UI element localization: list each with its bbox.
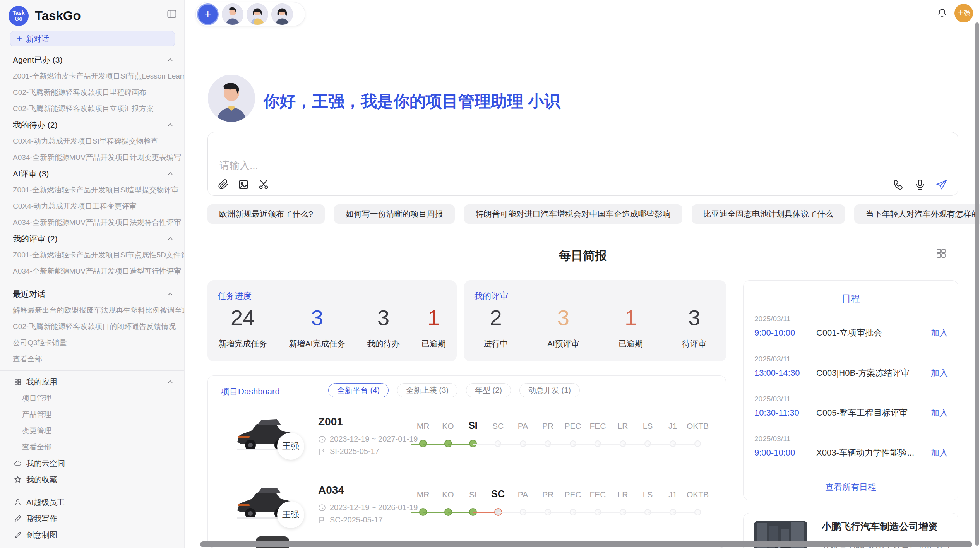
milestone-connector: [498, 512, 523, 513]
schedule-card: 日程 2025/03/11 9:00-10:00 C001-立项审批会 加入 2…: [743, 280, 958, 500]
stat-value: 1: [618, 306, 643, 330]
send-icon[interactable]: [935, 178, 948, 191]
section-my-apps[interactable]: 我的应用: [0, 374, 184, 390]
agent-avatar-1[interactable]: [222, 3, 243, 25]
chevron-up-icon: [167, 57, 173, 63]
layout-grid-icon[interactable]: [936, 248, 946, 259]
suggestion-chips: 欧洲新规最近颁布了什么? 如何写一份清晰的项目周报 特朗普可能对进口汽车增税会对…: [207, 204, 958, 224]
schedule-event-title: C003|H0B-方案冻结评审: [816, 367, 931, 379]
filter-pill[interactable]: 年型 (2): [466, 383, 511, 397]
schedule-title: 日程: [744, 292, 958, 305]
agent-avatar-3[interactable]: [271, 3, 293, 25]
milestone-connector: [673, 444, 698, 445]
app-title: TaskGo: [35, 9, 81, 23]
join-link[interactable]: 加入: [931, 447, 948, 459]
project-name: Z001: [318, 416, 343, 428]
suggestion-chip[interactable]: 欧洲新规最近颁布了什么?: [207, 204, 325, 224]
sidebar-item-favorites[interactable]: 我的收藏: [0, 471, 184, 488]
logo-line-1: Task: [13, 10, 25, 16]
view-all-schedule-link[interactable]: 查看所有日程: [744, 481, 958, 493]
sidebar-item-ai-employee[interactable]: AI超级员工: [0, 494, 184, 510]
project-row[interactable]: 王强 A034 2023-12-19 ~ 2026-01-19 SC-2025-…: [208, 478, 726, 542]
app-item-change-mgmt[interactable]: 变更管理: [0, 423, 184, 439]
app-screen: Task Go TaskGo + 新对话 Agent已办 (3) Z001-全新…: [0, 0, 980, 548]
daily-brief-title: 每日简报: [207, 248, 958, 264]
section-label: AI评审 (3): [13, 168, 49, 179]
tool-label: AI超级员工: [26, 497, 65, 508]
plus-icon: +: [17, 35, 22, 43]
join-link[interactable]: 加入: [931, 407, 948, 419]
sidebar-collapse-icon[interactable]: [166, 9, 177, 19]
sidebar-item[interactable]: C0X4-动力总成开发项目SI里程碑提交物检查: [0, 133, 184, 149]
schedule-date: 2025/03/11: [754, 433, 948, 443]
stat-label: 新增AI完成任务: [289, 338, 345, 349]
stat-value: 3: [547, 306, 579, 330]
app-item-project-mgmt[interactable]: 项目管理: [0, 390, 184, 406]
sidebar-item-write-helper[interactable]: 帮我写作: [0, 510, 184, 527]
suggestion-chip[interactable]: 比亚迪全固态电池计划具体说了什么: [692, 204, 845, 224]
horizontal-scrollbar[interactable]: [200, 541, 972, 547]
user-avatar[interactable]: 王强: [954, 4, 973, 22]
recent-chat-item[interactable]: 解释最新出台的欧盟报废车法规再生塑料比例被调至15%...: [0, 302, 184, 319]
sidebar-item[interactable]: C02-飞腾新能源轻客改款项目里程碑画布: [0, 84, 184, 101]
cloud-icon: [14, 459, 22, 467]
section-agent-done[interactable]: Agent已办 (3): [0, 52, 184, 68]
app-item-product-mgmt[interactable]: 产品管理: [0, 406, 184, 423]
recent-chat-item[interactable]: C02-飞腾新能源轻客改款项目的闭环通告反馈情况: [0, 319, 184, 335]
sidebar-item[interactable]: Z001-全新燃油轻卡产品开发项目SI节点属性5D文件评审: [0, 247, 184, 263]
stat-value: 2: [484, 306, 508, 330]
suggestion-chip[interactable]: 特朗普可能对进口汽车增税会对中国车企造成哪些影响: [464, 204, 682, 224]
sidebar-item[interactable]: Z001-全新燃油皮卡产品开发项目SI节点Lesson Learn报告: [0, 68, 184, 84]
view-all-chats[interactable]: 查看全部...: [0, 351, 184, 367]
section-my-todo[interactable]: 我的待办 (2): [0, 117, 184, 133]
sidebar-item[interactable]: C02-飞腾新能源轻客改款项目立项汇报方案: [0, 101, 184, 117]
notification-bell-icon[interactable]: [937, 8, 947, 19]
scissors-icon[interactable]: [257, 178, 270, 191]
recent-chat-item[interactable]: 公司Q3轻卡销量: [0, 335, 184, 351]
new-chat-label: 新对话: [26, 34, 49, 44]
composer-left-tools: [217, 178, 270, 191]
chevron-up-icon: [167, 171, 173, 177]
sidebar-item[interactable]: A034-全新新能源MUV产品开发项目造型可行性评审: [0, 263, 184, 279]
dashboard-filters: 全新平台 (4) 全新上装 (3) 年型 (2) 动总开发 (1): [328, 383, 580, 397]
sidebar-item[interactable]: A034-全新新能源MUV产品开发项目法规符合性评审: [0, 214, 184, 231]
tool-label: 我的云空间: [26, 458, 65, 469]
join-link[interactable]: 加入: [931, 327, 948, 339]
stat: 1 已逾期: [618, 306, 643, 349]
section-label: 我的评审 (2): [13, 233, 58, 244]
sidebar-item-cloud-space[interactable]: 我的云空间: [0, 455, 184, 471]
agent-avatar-2[interactable]: [247, 3, 268, 25]
section-recent-chats[interactable]: 最近对话: [0, 286, 184, 302]
section-my-review[interactable]: 我的评审 (2): [0, 231, 184, 247]
milestone-connector: [648, 444, 673, 445]
sidebar-item-creative-draw[interactable]: 创意制图: [0, 527, 184, 543]
view-all-apps[interactable]: 查看全部...: [0, 439, 184, 455]
section-ai-review[interactable]: AI评审 (3): [0, 166, 184, 182]
filter-pill[interactable]: 全新平台 (4): [328, 383, 389, 397]
stat-label: 待评审: [682, 338, 706, 349]
stat-label: 我的待办: [367, 338, 400, 349]
add-agent-button[interactable]: +: [197, 3, 219, 25]
stat: 1 已逾期: [421, 306, 446, 349]
suggestion-chip[interactable]: 当下年轻人对汽车外观有怎样的喜好趋势: [854, 204, 980, 224]
milestone-dot: [694, 509, 701, 515]
chevron-up-icon: [167, 291, 173, 297]
schedule-date: 2025/03/11: [754, 313, 948, 323]
schedule-date: 2025/03/11: [754, 393, 948, 403]
vertical-scrollbar[interactable]: [975, 22, 979, 546]
filter-pill[interactable]: 动总开发 (1): [519, 383, 580, 397]
join-link[interactable]: 加入: [931, 367, 948, 379]
chat-input[interactable]: 请输入...: [207, 132, 958, 196]
sidebar-item[interactable]: Z001-全新燃油轻卡产品开发项目SI造型提交物评审: [0, 182, 184, 198]
suggestion-chip[interactable]: 如何写一份清晰的项目周报: [334, 204, 455, 224]
microphone-icon[interactable]: [914, 178, 926, 191]
section-label: 最近对话: [13, 289, 45, 300]
sidebar-item[interactable]: C0X4-动力总成开发项目工程变更评审: [0, 198, 184, 214]
image-icon[interactable]: [237, 178, 250, 191]
project-row[interactable]: 王强 Z001 2023-12-19 ~ 2027-01-19 SI-2025-…: [208, 410, 726, 474]
attachment-icon[interactable]: [217, 178, 230, 191]
new-chat-button[interactable]: + 新对话: [10, 31, 175, 46]
sidebar-item[interactable]: A034-全新新能源MUV产品开发项目计划变更表编写: [0, 149, 184, 166]
filter-pill[interactable]: 全新上装 (3): [397, 383, 457, 397]
phone-icon[interactable]: [892, 178, 905, 191]
